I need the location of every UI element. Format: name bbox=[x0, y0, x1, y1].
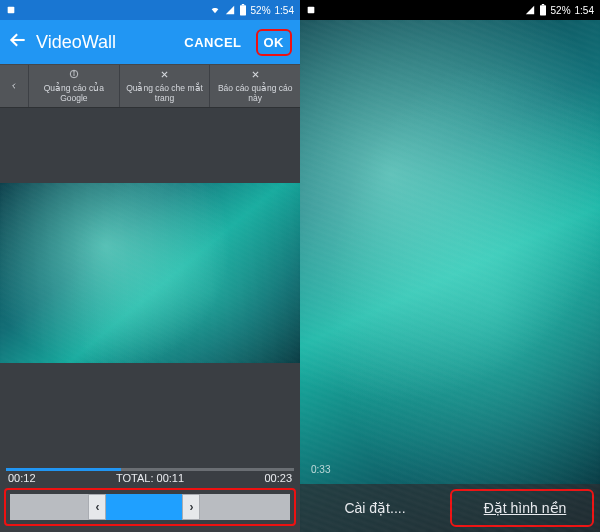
ad-strip: Quảng cáo của Google Quảng cáo che mắt t… bbox=[0, 64, 300, 108]
notification-icon bbox=[306, 5, 316, 15]
trim-handle-left[interactable]: ‹ bbox=[88, 494, 106, 520]
trim-track[interactable]: ‹ › bbox=[10, 494, 290, 520]
highlight-box bbox=[450, 489, 594, 527]
svg-point-5 bbox=[73, 72, 74, 73]
clock: 1:54 bbox=[275, 5, 294, 16]
battery-percent: 52% bbox=[551, 5, 571, 16]
ad-option-report[interactable]: Báo cáo quảng cáo này bbox=[209, 65, 300, 107]
trim-window[interactable]: ‹ › bbox=[88, 494, 200, 520]
svg-rect-1 bbox=[240, 5, 246, 15]
timeline-area: 00:12 TOTAL: 00:11 00:23 ‹ › bbox=[0, 468, 300, 532]
spacer bbox=[0, 108, 300, 183]
phone-editor: 52% 1:54 VideoWall CANCEL OK Quảng cáo c… bbox=[0, 0, 300, 532]
ad-option-cover[interactable]: Quảng cáo che mắt trang bbox=[119, 65, 210, 107]
app-bar: VideoWall CANCEL OK bbox=[0, 20, 300, 64]
svg-rect-2 bbox=[241, 4, 243, 5]
ad-option-label: Quảng cáo che mắt trang bbox=[122, 83, 208, 103]
settings-button-label: Cài đặt.... bbox=[344, 500, 405, 516]
ad-prev-button[interactable] bbox=[0, 65, 28, 107]
trim-handle-right[interactable]: › bbox=[182, 494, 200, 520]
ad-option-google[interactable]: Quảng cáo của Google bbox=[28, 65, 119, 107]
cancel-button[interactable]: CANCEL bbox=[178, 31, 247, 54]
set-wallpaper-label: Đặt hình nền bbox=[484, 500, 567, 516]
info-icon bbox=[69, 69, 79, 81]
time-end: 00:23 bbox=[264, 472, 292, 484]
app-title: VideoWall bbox=[36, 32, 170, 53]
chevron-right-icon: › bbox=[189, 500, 193, 514]
time-start: 00:12 bbox=[8, 472, 36, 484]
settings-button[interactable]: Cài đặt.... bbox=[300, 490, 450, 526]
status-bar: 52% 1:54 bbox=[300, 0, 600, 20]
wallpaper-preview[interactable]: 0:33 Cài đặt.... Đặt hình nền bbox=[300, 20, 600, 532]
signal-icon bbox=[225, 5, 235, 15]
svg-rect-6 bbox=[308, 7, 315, 14]
svg-rect-0 bbox=[8, 7, 15, 14]
time-total-label: TOTAL: bbox=[116, 472, 154, 484]
ad-option-label: Báo cáo quảng cáo này bbox=[212, 83, 298, 103]
close-icon bbox=[251, 70, 260, 81]
battery-icon bbox=[539, 4, 547, 16]
time-total-value: 00:11 bbox=[157, 472, 185, 484]
timecodes: 00:12 TOTAL: 00:11 00:23 bbox=[0, 472, 300, 488]
ad-option-label: Quảng cáo của Google bbox=[31, 83, 117, 103]
ok-button[interactable]: OK bbox=[256, 29, 293, 56]
battery-icon bbox=[239, 4, 247, 16]
status-bar: 52% 1:54 bbox=[0, 0, 300, 20]
trim-row: ‹ › bbox=[4, 488, 296, 526]
battery-percent: 52% bbox=[251, 5, 271, 16]
notification-icon bbox=[6, 5, 16, 15]
wifi-icon bbox=[209, 5, 221, 15]
video-preview[interactable] bbox=[0, 183, 300, 363]
wallpaper-actions: Cài đặt.... Đặt hình nền bbox=[300, 484, 600, 532]
signal-icon bbox=[525, 5, 535, 15]
playhead-progress bbox=[6, 468, 121, 471]
set-wallpaper-button[interactable]: Đặt hình nền bbox=[450, 490, 600, 526]
chevron-left-icon: ‹ bbox=[95, 500, 99, 514]
preview-timestamp: 0:33 bbox=[308, 463, 333, 476]
svg-rect-7 bbox=[540, 5, 546, 15]
back-icon[interactable] bbox=[8, 30, 28, 54]
playhead-track[interactable] bbox=[6, 468, 294, 471]
svg-rect-8 bbox=[541, 4, 543, 5]
phone-wallpaper-preview: 52% 1:54 0:33 Cài đặt.... Đặt hình nền bbox=[300, 0, 600, 532]
clock: 1:54 bbox=[575, 5, 594, 16]
close-icon bbox=[160, 70, 169, 81]
